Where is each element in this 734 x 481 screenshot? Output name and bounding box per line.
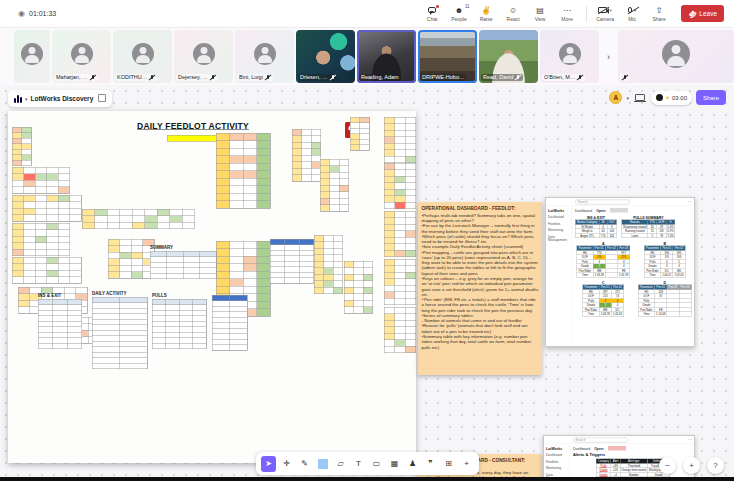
mic-muted-icon [149,74,155,81]
participant-name: Bini, Luigi [237,74,273,81]
board-title-pill[interactable]: ▾ LotWorks Discovery [8,90,112,107]
frame-tool[interactable]: ▭ [369,456,384,472]
comment-tool[interactable]: ❞ [423,456,438,472]
copy-board-icon[interactable] [100,96,106,102]
participant-tile[interactable] [14,30,50,83]
note-line: •Which pens (of cattle) should they focu… [422,234,539,245]
add-tool[interactable]: + [459,456,474,472]
sidebar-item-data-management[interactable]: Data Management [548,235,570,242]
participant-tile-kodithu[interactable]: KODITHU… [113,30,172,83]
self-mic-chip [620,74,630,81]
board-share-button[interactable]: Share [696,90,726,105]
pen-table-cluster [384,163,416,209]
tab-open[interactable]: Open: [596,209,606,213]
participant-tile-bini-luigi[interactable]: Bini, Luigi [235,30,294,83]
stamp-tool[interactable]: ♟ [405,456,420,472]
sticky-note-tool[interactable] [315,456,330,472]
search-input[interactable]: Search [575,199,630,204]
text-tool[interactable]: T [351,456,366,472]
shapes-tool[interactable]: ▱ [333,456,348,472]
participant-tile-dejersey[interactable]: Dejersey, … [174,30,233,83]
control-camera[interactable]: ▾Camera [592,6,619,22]
sidebar-item-monitoring[interactable]: Monitoring [548,228,570,232]
present-screen-icon[interactable] [635,94,645,101]
tab-open[interactable]: Open: [594,447,604,451]
date-chip[interactable] [610,208,628,213]
pen-table-cluster [12,257,82,284]
table-tool[interactable]: ▦ [387,456,402,472]
control-share[interactable]: ⇧Share [646,6,673,22]
control-react[interactable]: ☺React [500,6,527,22]
presenter-chevron-icon[interactable]: ▾ [626,95,629,101]
window-menu-icon[interactable]: ⋯ [688,200,692,205]
people-icon: ☻ [455,6,463,15]
avatar [254,43,276,65]
sheet-title: DAILY FEEDLOT ACTIVITY [128,121,258,131]
feedlot-dashboard-screenshot[interactable]: Search ⋯ LotWorksDashboardFeedlotsMonito… [545,197,695,347]
tab-dashboard[interactable]: Dashboard [573,447,590,451]
avatar [662,40,690,68]
pen-tool[interactable]: ✎ [297,456,312,472]
mic-muted-icon [515,74,521,81]
zoom-in-button[interactable]: + [683,457,700,474]
control-raise[interactable]: ✌Raise [473,6,500,22]
participant-tile-reading-adam[interactable]: Reading, Adam [357,30,416,83]
participant-tile-maharjan[interactable]: Maharjan, … [52,30,111,83]
select-tool[interactable]: ➤ [261,456,276,472]
apps-tool[interactable]: ⊞ [441,456,456,472]
control-label: Mic [628,16,636,22]
note-line: •'Pen rider' (EM, FB etc = initials) = s… [422,297,539,313]
help-button[interactable]: ? [707,457,724,474]
timer-icon [656,94,663,101]
control-people[interactable]: ☻11People [446,6,473,22]
chevron-down-icon[interactable]: ▾ [609,8,611,13]
chat-icon [428,7,436,13]
participant-name: DRIPWE-Hobo… [420,74,466,81]
scanned-feedlot-sheet[interactable]: DAILY FEEDLOT ACTIVITY SUMMARYINS & EXIT… [8,111,416,463]
date-chip[interactable] [608,446,626,451]
sidebar-item-dashboard[interactable]: Dashboard [548,215,570,219]
control-view[interactable]: ▤View [527,6,554,22]
search-input[interactable]: Search [573,437,628,442]
control-label: Camera [596,16,614,22]
tab-dashboard[interactable]: Dashboard [575,209,592,213]
zoom-out-button[interactable]: − [659,457,676,474]
meeting-controls: Chat☻11People✌Raise☺React▤View⋯More [419,6,581,22]
participant-tile-dripwe-hobo[interactable]: DRIPWE-Hobo… [418,30,477,83]
session-timer-pill[interactable]: ✦ 03:00 [651,91,692,105]
leave-label: Leave [699,10,717,17]
participant-tile-driesen[interactable]: Driesen, … [296,30,355,83]
hand-tool[interactable]: ✛ [279,456,294,472]
react-icon: ☺ [509,6,517,15]
pen-table-cluster [384,211,416,257]
sidebar-item-feedlots[interactable]: Feedlots [546,460,568,464]
board-header-right: A ▾ ✦ 03:00 Share [609,90,726,105]
sticky-note-feedlot[interactable]: OPERATIONAL DASHBOARD - FEEDLOT:•Perhaps… [418,202,542,375]
participant-tile-o-brien-m[interactable]: O'Brien, M… [540,30,599,83]
device-controls: ▾Camera▾Mic⇧Share [592,6,673,22]
whiteboard-canvas[interactable]: ▾ LotWorks Discovery A ▾ ✦ 03:00 Share D… [0,85,734,481]
sidebar-item-dashboard[interactable]: Dashboard [546,453,568,457]
avatar [71,43,93,65]
presenter-avatar[interactable]: A [609,91,622,104]
control-mic[interactable]: ▾Mic [619,6,646,22]
summary-table-title: SUMMARY [150,245,173,250]
sidebar-item-monitoring[interactable]: Monitoring [546,466,568,470]
pen-table-cluster [384,307,416,353]
session-timer-value: 03:00 [672,95,687,101]
self-video-tile[interactable] [618,30,734,83]
control-label: React [507,16,520,22]
note-line: •Pen mapping – cattle are grouped into p… [422,249,539,275]
control-more[interactable]: ⋯More [554,6,581,22]
window-menu-icon[interactable]: ⋯ [688,438,692,443]
pen-table-cluster [12,223,70,256]
summary-table [212,295,248,351]
summary-table [92,297,148,369]
participant-tile-read-david[interactable]: Read, David [479,30,538,83]
next-participants-button[interactable]: › [601,43,616,71]
sidebar-item-feedlots[interactable]: Feedlots [548,222,570,226]
control-label: Chat [427,16,438,22]
control-chat[interactable]: Chat [419,6,446,22]
participant-strip: Maharjan, …KODITHU…Dejersey, …Bini, Luig… [0,28,734,85]
leave-button[interactable]: ☎ Leave [681,5,724,22]
